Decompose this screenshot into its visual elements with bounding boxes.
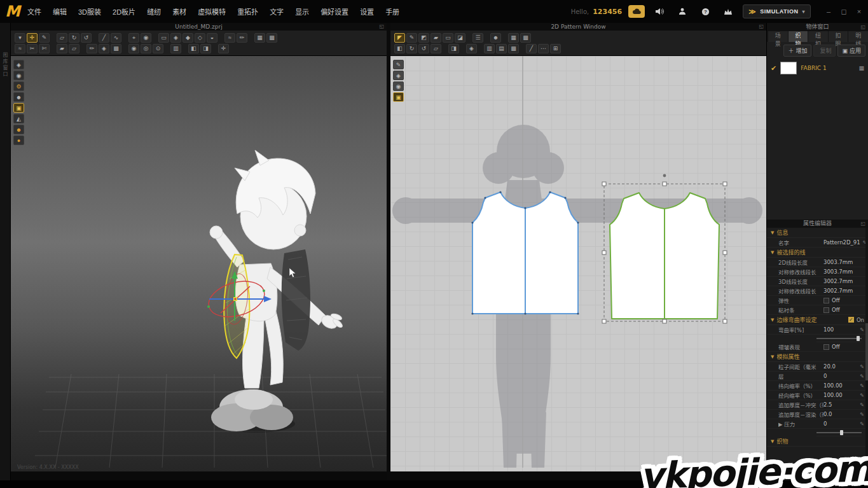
view-toggle-icon[interactable]: ◈ <box>393 71 404 80</box>
menu-item[interactable]: 缝纫 <box>146 5 162 18</box>
toolbar-2d-button[interactable]: ☰ <box>472 33 483 43</box>
toolbar-3d-button[interactable]: ◒ <box>207 33 217 43</box>
property-row[interactable]: ▶ 压力0✎ <box>767 419 868 429</box>
menu-item[interactable]: 编辑 <box>52 5 68 18</box>
pattern-piece-green-selected[interactable] <box>610 193 719 319</box>
toolbar-2d-button[interactable]: ⊞ <box>550 44 561 53</box>
toolbar-2d-button[interactable]: ⋯ <box>538 44 549 53</box>
toolbar-2d-button[interactable]: ╱ <box>526 44 537 53</box>
toolbar-2d-button[interactable]: ▦ <box>508 33 519 43</box>
toolbar-2d-button[interactable]: ▱ <box>431 44 441 53</box>
crown-icon[interactable] <box>720 5 736 18</box>
toolbar-2d-button[interactable]: ◤ <box>394 33 405 43</box>
view-toggle-icon[interactable]: ● <box>13 136 24 145</box>
library-tab[interactable]: 图库窗口 <box>1 52 8 78</box>
object-window-tab[interactable]: 纽扣 <box>808 31 828 42</box>
menu-item[interactable]: 2D板片 <box>111 5 137 18</box>
viewport-3d[interactable]: ◈◉⚙☻▣◭☻● <box>11 56 387 471</box>
property-row[interactable]: 追加厚度－冲突（毫2.5✎ <box>767 400 868 410</box>
footer-icon[interactable]: ▮ <box>861 473 864 480</box>
view-toggle-icon[interactable]: ◭ <box>13 114 24 123</box>
toolbar-3d-button[interactable]: ✛ <box>27 33 38 43</box>
toolbar-3d-button[interactable]: ◇ <box>195 33 205 43</box>
toolbar-3d-button[interactable]: ╱ <box>99 33 109 43</box>
expand-panel-icon[interactable]: ◱ <box>860 220 865 228</box>
menu-item[interactable]: 素材 <box>171 5 188 18</box>
toolbar-3d-button[interactable]: ◆ <box>183 33 193 43</box>
property-row[interactable]: 弯曲率[%]100✎ <box>767 325 868 335</box>
close-button[interactable]: × <box>854 8 864 16</box>
slider[interactable] <box>816 335 862 342</box>
toolbar-3d-button[interactable]: ▩ <box>266 33 277 43</box>
section-curvature[interactable]: ▼边缘弯曲率设定✓On <box>767 315 868 325</box>
section-info[interactable]: ▼信息 <box>767 228 868 238</box>
object-window-tab[interactable]: 明线 <box>848 31 868 42</box>
toolbar-3d-button[interactable]: ↻ <box>69 33 79 43</box>
footer-icon[interactable]: ▭ <box>813 473 819 480</box>
property-row[interactable]: 纬向缩率（%）100.00✎ <box>767 381 868 391</box>
pattern-piece-blue[interactable] <box>471 191 579 314</box>
toolbar-2d-button[interactable]: ▩ <box>508 44 519 53</box>
view-toggle-icon[interactable]: ▣ <box>393 92 404 102</box>
property-row[interactable]: 粘衬条Off <box>767 305 868 315</box>
toolbar-3d-button[interactable]: ◨ <box>200 44 211 53</box>
toolbar-3d-button[interactable]: ✂ <box>27 44 38 53</box>
toolbar-3d-button[interactable]: ◈ <box>99 44 109 53</box>
toolbar-2d-button[interactable]: ▤ <box>496 44 507 53</box>
toolbar-3d-button[interactable]: ⊙ <box>153 44 163 53</box>
property-row[interactable]: 褶皱表现Off <box>767 342 868 352</box>
property-row[interactable]: 名字Pattern2D_91✎ <box>767 238 868 247</box>
toolbar-2d-button[interactable]: ↻ <box>406 44 417 53</box>
menu-item[interactable]: 文件 <box>26 5 43 18</box>
toolbar-3d-button[interactable]: ◉ <box>128 44 139 53</box>
pattern-piece-back-3d[interactable] <box>282 249 310 351</box>
fabric-swatch[interactable] <box>780 62 797 74</box>
fabric-texture-icon[interactable]: ▦ <box>858 65 864 71</box>
object-window-button[interactable]: ▣应用 <box>837 45 865 57</box>
property-row[interactable]: 经向缩率（%）100.00✎ <box>767 391 868 400</box>
toolbar-3d-button[interactable]: ∿ <box>111 33 121 43</box>
toolbar-3d-button[interactable]: ▩ <box>111 44 121 53</box>
toolbar-2d-button[interactable]: ↺ <box>418 44 429 53</box>
object-window-button[interactable]: ＋增加 <box>783 45 811 57</box>
section-simulation[interactable]: ▼模拟属性 <box>767 352 868 362</box>
toolbar-3d-button[interactable]: ▦ <box>254 33 265 43</box>
toolbar-3d-button[interactable]: ≈ <box>224 33 235 43</box>
section-fabric[interactable]: ▼织物 <box>767 436 868 447</box>
minimize-button[interactable]: – <box>823 8 834 16</box>
view-toggle-icon[interactable]: ☻ <box>13 125 24 134</box>
view-toggle-icon[interactable]: ✎ <box>393 60 404 69</box>
property-row[interactable]: 弹性Off <box>767 296 868 305</box>
property-row[interactable]: 层0✎ <box>767 372 868 381</box>
toolbar-3d-button[interactable]: ▰ <box>57 44 67 53</box>
menu-item[interactable]: 虚拟模特 <box>196 5 227 18</box>
speaker-icon[interactable] <box>651 5 668 18</box>
menu-item[interactable]: 文字 <box>268 5 285 18</box>
toolbar-3d-button[interactable]: ▱ <box>57 33 67 43</box>
cloud-sync-icon[interactable] <box>628 5 645 18</box>
toolbar-3d-button[interactable]: ◈ <box>170 33 181 43</box>
toolbar-3d-button[interactable]: ✛ <box>218 44 229 53</box>
toolbar-2d-button[interactable]: ✎ <box>406 33 417 43</box>
toolbar-3d-button[interactable]: ▭ <box>158 33 169 43</box>
toolbar-2d-button[interactable]: ▭ <box>443 33 453 43</box>
toolbar-3d-button[interactable]: ✏ <box>237 33 247 43</box>
menu-item[interactable]: 设置 <box>359 5 375 18</box>
toolbar-2d-button[interactable]: ▥ <box>484 44 495 53</box>
toolbar-3d-button[interactable]: ◧ <box>188 44 199 53</box>
user-icon[interactable] <box>674 5 691 18</box>
footer-icon[interactable]: ▭ <box>824 473 830 480</box>
sidebar-scrollbar[interactable] <box>865 228 868 471</box>
view-toggle-icon[interactable]: ◉ <box>13 71 24 80</box>
toolbar-3d-button[interactable]: ▥ <box>170 44 181 53</box>
menu-item[interactable]: 显示 <box>294 5 310 18</box>
restore-button[interactable]: ◻ <box>839 8 849 16</box>
slider[interactable] <box>816 429 862 436</box>
toolbar-3d-button[interactable]: ▾ <box>15 33 25 43</box>
view-toggle-icon[interactable]: ◉ <box>393 81 404 91</box>
viewport-2d[interactable]: ✎◈◉▣ <box>390 56 766 471</box>
toolbar-2d-button[interactable]: ◪ <box>455 33 465 43</box>
property-row[interactable]: 追加厚度－渲染（毫0.0✎ <box>767 410 868 419</box>
object-window-tab[interactable]: 扣眼 <box>829 31 848 42</box>
expand-pane-icon[interactable]: ◱ <box>379 23 384 31</box>
